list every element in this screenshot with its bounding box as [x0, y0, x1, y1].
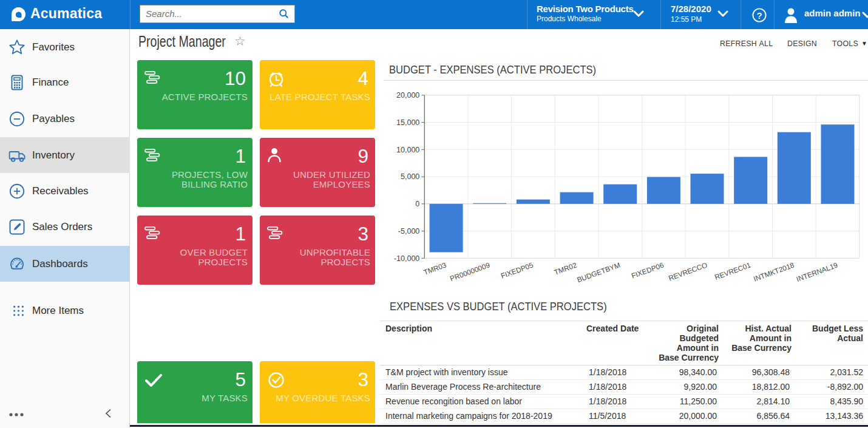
svg-text:BUDGETBYM: BUDGETBYM [576, 260, 622, 284]
svg-text:0: 0 [415, 200, 419, 208]
svg-text:-5,000: -5,000 [398, 227, 419, 236]
svg-text:10,000: 10,000 [396, 146, 419, 154]
svg-text:REVRECCO: REVRECCO [667, 260, 708, 282]
svg-text:TMR02: TMR02 [553, 260, 578, 276]
svg-text:-10,000: -10,000 [394, 254, 419, 263]
svg-text:FIXEDP06: FIXEDP06 [630, 260, 665, 280]
svg-text:5,000: 5,000 [401, 172, 419, 181]
svg-text:TMR03: TMR03 [422, 260, 448, 277]
svg-text:20,000: 20,000 [396, 91, 419, 100]
svg-text:INTERNAL19: INTERNAL19 [795, 260, 839, 284]
svg-text:?: ? [756, 10, 762, 21]
svg-text:FIXEDP05: FIXEDP05 [500, 260, 535, 280]
svg-text:PR00000009: PR00000009 [449, 260, 491, 283]
svg-text:INTMKT2018: INTMKT2018 [753, 260, 796, 283]
svg-text:REVREC01: REVREC01 [713, 260, 751, 281]
svg-text:15,000: 15,000 [396, 118, 419, 127]
